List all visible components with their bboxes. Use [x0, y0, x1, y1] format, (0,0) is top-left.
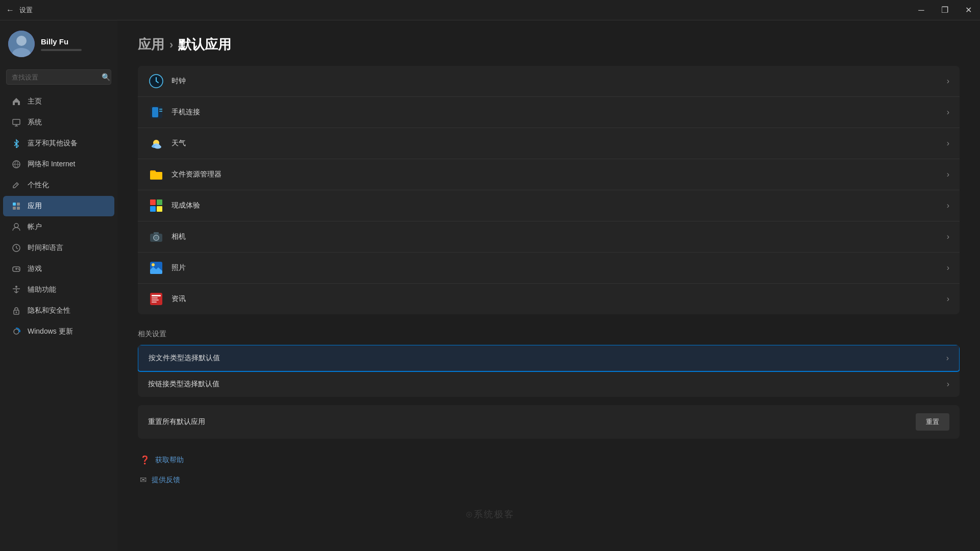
svg-rect-48	[152, 295, 161, 296]
svg-point-21	[18, 269, 19, 270]
svg-rect-10	[17, 203, 20, 206]
svg-point-43	[155, 236, 158, 239]
chevron-right-icon: ›	[946, 354, 949, 363]
feedback-icon: ✉	[140, 475, 146, 485]
bluetooth-icon	[11, 138, 21, 148]
gaming-icon	[11, 264, 21, 274]
app-icon-news	[148, 291, 164, 307]
sidebar-item-label-accessibility: 辅助功能	[28, 285, 56, 294]
content-area: 应用 › 默认应用 时钟›手机连接›天气›文件资源管理器›现成体验›相机›照片›…	[117, 20, 980, 551]
system-icon	[11, 117, 21, 128]
svg-rect-37	[150, 199, 156, 205]
svg-rect-40	[157, 206, 162, 212]
chevron-right-explorer: ›	[947, 170, 949, 179]
chevron-right-phone: ›	[947, 108, 949, 117]
app-icon-experience	[148, 197, 164, 214]
sidebar-item-bluetooth[interactable]: 蓝牙和其他设备	[3, 133, 114, 154]
help-icon: ❓	[140, 455, 150, 465]
accessibility-icon	[11, 285, 21, 295]
feedback-label: 提供反馈	[152, 475, 180, 485]
search-icon: 🔍	[102, 73, 110, 81]
sidebar-item-apps[interactable]: 应用	[3, 196, 114, 216]
app-item-left-explorer: 文件资源管理器	[148, 166, 222, 183]
user-info: Billy Fu	[41, 37, 82, 51]
app-item-left-news: 资讯	[148, 291, 186, 307]
sidebar-item-system[interactable]: 系统	[3, 112, 114, 133]
minimize-button[interactable]: ─	[910, 0, 933, 20]
reset-button[interactable]: 重置	[916, 413, 949, 431]
svg-line-16	[16, 248, 18, 249]
restore-button[interactable]: ❐	[933, 0, 957, 20]
sidebar-item-label-privacy: 隐私和安全性	[28, 306, 70, 315]
svg-rect-49	[152, 297, 158, 298]
app-item-weather[interactable]: 天气›	[138, 128, 960, 159]
sidebar-item-label-system: 系统	[28, 118, 42, 127]
sidebar-item-personalization[interactable]: 个性化	[3, 175, 114, 195]
network-icon	[11, 159, 21, 169]
app-item-camera[interactable]: 相机›	[138, 221, 960, 253]
app-icon-explorer	[148, 166, 164, 183]
sidebar-item-windows_update[interactable]: Windows 更新	[3, 321, 114, 342]
back-button[interactable]: ←	[6, 6, 14, 15]
sidebar-item-label-home: 主页	[28, 97, 42, 106]
sidebar-item-label-datetime: 时间和语言	[28, 243, 63, 253]
sidebar-item-network[interactable]: 网络和 Internet	[3, 154, 114, 174]
settings-item-filetype[interactable]: 按文件类型选择默认值 ›	[138, 345, 960, 372]
reset-label: 重置所有默认应用	[148, 417, 205, 427]
feedback-link[interactable]: ✉ 提供反馈	[138, 471, 960, 489]
chevron-right-icon-2: ›	[947, 380, 949, 389]
reset-item: 重置所有默认应用 重置	[138, 405, 960, 439]
search-box[interactable]: 🔍	[6, 69, 111, 85]
settings-item-protocol[interactable]: 按链接类型选择默认值 ›	[138, 371, 960, 397]
svg-point-35	[154, 145, 161, 149]
user-name: Billy Fu	[41, 37, 82, 46]
settings-item-filetype-label: 按文件类型选择默认值	[149, 354, 220, 363]
app-icon-phone	[148, 104, 164, 120]
chevron-right-experience: ›	[947, 201, 949, 210]
app-icon-weather	[148, 135, 164, 152]
sidebar-item-gaming[interactable]: 游戏	[3, 259, 114, 279]
app-item-experience[interactable]: 现成体验›	[138, 190, 960, 221]
app-item-left-camera: 相机	[148, 229, 186, 245]
app-item-photos[interactable]: 照片›	[138, 253, 960, 284]
svg-rect-51	[152, 302, 157, 303]
home-icon	[11, 96, 21, 107]
svg-rect-11	[13, 207, 16, 210]
app-name-experience: 现成体验	[172, 201, 200, 210]
svg-rect-36	[150, 172, 162, 180]
personalization-icon	[11, 180, 21, 190]
sidebar-item-accounts[interactable]: 帐户	[3, 217, 114, 237]
sidebar-item-label-bluetooth: 蓝牙和其他设备	[28, 139, 78, 148]
svg-rect-3	[13, 119, 20, 124]
svg-rect-39	[150, 206, 156, 212]
close-button[interactable]: ✕	[957, 0, 980, 20]
svg-rect-38	[157, 199, 162, 205]
svg-point-22	[15, 286, 17, 288]
app-list: 时钟›手机连接›天气›文件资源管理器›现成体验›相机›照片›资讯›	[138, 66, 960, 314]
app-item-phone[interactable]: 手机连接›	[138, 97, 960, 128]
app-name-clock: 时钟	[172, 77, 186, 86]
sidebar-item-datetime[interactable]: 时间和语言	[3, 238, 114, 258]
app-icon-photos	[148, 260, 164, 276]
sidebar-item-label-gaming: 游戏	[28, 264, 42, 273]
app-name-camera: 相机	[172, 232, 186, 241]
sidebar-item-home[interactable]: 主页	[3, 91, 114, 112]
sidebar-item-label-network: 网络和 Internet	[28, 160, 75, 169]
user-profile[interactable]: Billy Fu	[0, 20, 117, 65]
app-item-left-experience: 现成体验	[148, 197, 200, 214]
chevron-right-weather: ›	[947, 139, 949, 148]
search-input[interactable]	[12, 73, 97, 81]
sidebar-item-accessibility[interactable]: 辅助功能	[3, 280, 114, 300]
sidebar-item-privacy[interactable]: 隐私和安全性	[3, 300, 114, 321]
sidebar-item-label-accounts: 帐户	[28, 222, 42, 232]
svg-rect-47	[150, 293, 162, 305]
app-icon-camera	[148, 229, 164, 245]
app-item-explorer[interactable]: 文件资源管理器›	[138, 159, 960, 190]
app-item-news[interactable]: 资讯›	[138, 284, 960, 314]
bottom-links: ❓ 获取帮助 ✉ 提供反馈	[138, 451, 960, 489]
app-item-left-phone: 手机连接	[148, 104, 200, 120]
help-link[interactable]: ❓ 获取帮助	[138, 451, 960, 469]
avatar	[8, 31, 35, 57]
app-item-clock[interactable]: 时钟›	[138, 66, 960, 97]
svg-point-20	[18, 268, 19, 269]
